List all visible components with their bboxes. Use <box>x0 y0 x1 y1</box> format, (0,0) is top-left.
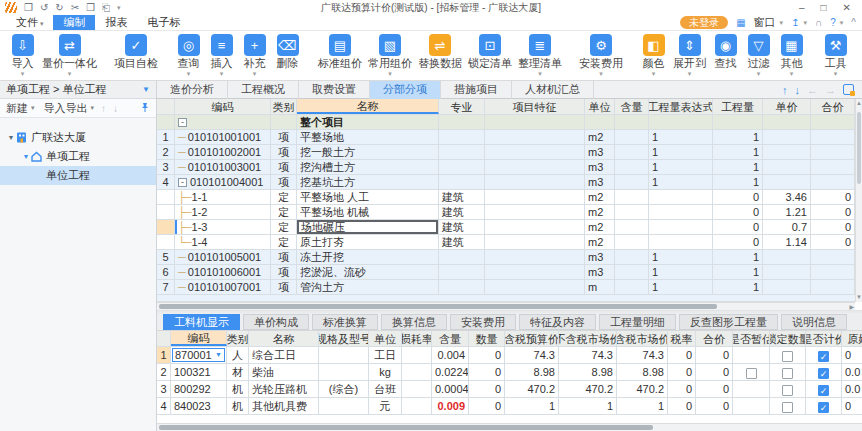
cell-orig[interactable]: 0.0 <box>842 364 862 380</box>
cell-content[interactable] <box>615 175 649 189</box>
table-row[interactable]: 3800292机光轮压路机(综合)台班0.00040470.2470.2470.… <box>157 381 862 398</box>
tab-分部分项[interactable]: 分部分项 <box>370 81 441 99</box>
replace-data-button[interactable]: ⇌替换数据 <box>415 34 465 78</box>
table-row[interactable]: 1─010101001001项平整场地m211 <box>157 130 862 145</box>
cell-spec[interactable] <box>319 364 369 380</box>
cell-name[interactable]: 综合工日 <box>249 347 319 363</box>
tab-单价构成[interactable]: 单价构成 <box>243 314 309 330</box>
cell-qty[interactable]: 0 <box>469 398 505 414</box>
cell-content[interactable]: 0.0224 <box>432 364 469 380</box>
cell-feature[interactable] <box>485 220 585 234</box>
cell-name[interactable]: 平整场地 人工 <box>297 190 439 204</box>
cell-market_ex[interactable]: 1 <box>559 398 617 414</box>
cell-prof[interactable]: 建筑 <box>439 235 485 249</box>
cut-icon[interactable]: ✂ <box>71 2 79 13</box>
cell-expr[interactable] <box>649 205 713 219</box>
window-grid-icon[interactable]: ▦ <box>736 17 745 28</box>
new-button[interactable]: 新建 <box>6 101 28 116</box>
cell-price[interactable]: 1.14 <box>763 235 811 249</box>
cell-expr[interactable]: 1 <box>649 145 713 159</box>
column-header-类别[interactable]: 类别 <box>271 99 297 114</box>
pin-icon[interactable] <box>140 102 150 115</box>
close-icon[interactable]: ✕ <box>843 2 851 13</box>
cell-lock[interactable] <box>770 398 806 414</box>
cell-unit[interactable]: m <box>585 280 615 294</box>
cell-name[interactable]: 挖淤泥、流砂 <box>297 265 439 279</box>
cell-num[interactable]: 2 <box>157 145 175 159</box>
table-row[interactable]: 1870001▼人综合工日工日0.004074.374.374.300✓0 <box>157 347 862 364</box>
query-button[interactable]: ◎查询▾ <box>172 34 205 78</box>
cell-cat[interactable]: 项 <box>271 145 297 159</box>
cell-content[interactable]: 0.0004 <box>432 381 469 397</box>
cell-content[interactable] <box>615 115 649 129</box>
name-edit-cell[interactable]: 场地碾压 <box>297 220 438 234</box>
column-header-工程量[interactable]: 工程量 <box>713 99 763 114</box>
tab-工程量明细[interactable]: 工程量明细 <box>599 314 676 330</box>
cell-feature[interactable] <box>485 250 585 264</box>
cell-unit[interactable]: m2 <box>585 130 615 144</box>
tab-换算信息[interactable]: 换算信息 <box>381 314 447 330</box>
maximize-icon[interactable]: □ <box>821 2 827 13</box>
cell-flag[interactable]: ✓ <box>806 381 842 397</box>
cell-price[interactable]: 0.7 <box>763 220 811 234</box>
cell-code[interactable]: ├─1-1 <box>175 190 271 204</box>
move-up-icon[interactable]: ↑ <box>101 103 106 114</box>
cell-price[interactable] <box>763 130 811 144</box>
cell-content[interactable] <box>615 235 649 249</box>
cell-content[interactable] <box>615 280 649 294</box>
cell-qty[interactable]: 0 <box>469 347 505 363</box>
find-button[interactable]: ◉查找 <box>709 34 742 78</box>
installation-fee-button[interactable]: ⚙安装费用▾ <box>576 34 626 78</box>
cell-prof[interactable]: 建筑 <box>439 205 485 219</box>
cell-feature[interactable] <box>485 175 585 189</box>
column-header-不含税市场价[interactable]: 不含税市场价 <box>559 331 617 346</box>
tab-工料机显示[interactable]: 工料机显示 <box>163 314 240 330</box>
scrollbar-thumb[interactable] <box>159 425 653 430</box>
nav-back-icon[interactable]: ← <box>807 84 818 96</box>
tab-工程概况[interactable]: 工程概况 <box>228 81 299 99</box>
table-row[interactable]: 7─010101007001项管沟土方m11 <box>157 280 862 295</box>
cell-lock[interactable] <box>770 364 806 380</box>
cell-num[interactable] <box>157 190 175 204</box>
column-header-损耗率[interactable]: 损耗率 <box>402 331 432 346</box>
cell-name[interactable]: 场地碾压 <box>297 220 439 234</box>
flag-checkbox[interactable]: ✓ <box>818 402 829 413</box>
cell-market_in[interactable]: 8.98 <box>617 364 668 380</box>
scroll-up-icon[interactable]: ▲ <box>856 99 862 108</box>
cell-num[interactable]: 3 <box>157 381 171 397</box>
cell-unit[interactable]: m2 <box>585 190 615 204</box>
column-header-rownum[interactable] <box>157 331 171 346</box>
cell-cat[interactable]: 项 <box>271 130 297 144</box>
column-header-名称[interactable]: 名称 <box>297 99 439 114</box>
cell-expr[interactable]: 1 <box>649 175 713 189</box>
cell-total[interactable] <box>811 160 855 174</box>
cell-unit[interactable] <box>585 115 615 129</box>
cell-name[interactable]: 管沟土方 <box>297 280 439 294</box>
cell-cat[interactable]: 定 <box>271 220 297 234</box>
sidebar-item-单项工程[interactable]: ▼单项工程 <box>0 147 156 166</box>
tab-说明信息[interactable]: 说明信息 <box>781 314 847 330</box>
cell-unit[interactable]: m3 <box>585 160 615 174</box>
cell-spec[interactable] <box>319 347 369 363</box>
cell-cat[interactable]: 机 <box>227 381 249 397</box>
tab-安装费用[interactable]: 安装费用 <box>450 314 516 330</box>
cell-num[interactable]: 1 <box>157 347 171 363</box>
delete-button[interactable]: ⌫删除 <box>271 34 304 78</box>
scrollbar-thumb[interactable] <box>159 304 717 309</box>
tab-反查图形工程量[interactable]: 反查图形工程量 <box>679 314 778 330</box>
collapse-icon[interactable]: - <box>178 118 187 127</box>
cell-price[interactable] <box>763 175 811 189</box>
table-row[interactable]: 4840023机其他机具费元0.009011100✓0 <box>157 398 862 415</box>
undo-icon[interactable]: ↺ <box>40 2 48 13</box>
cell-cat[interactable]: 项 <box>271 265 297 279</box>
cell-price[interactable]: 1.21 <box>763 205 811 219</box>
column-header-单位[interactable]: 单位 <box>369 331 402 346</box>
cell-qty[interactable]: 1 <box>713 265 763 279</box>
cell-price[interactable] <box>763 250 811 264</box>
cell-content[interactable] <box>615 160 649 174</box>
cell-expr[interactable]: 1 <box>649 130 713 144</box>
code-combobox[interactable]: 870001▼ <box>172 348 225 362</box>
cell-code[interactable]: -010101004001 <box>175 175 271 189</box>
cell-unit[interactable]: m2 <box>585 235 615 249</box>
import-export-button[interactable]: 导入导出 <box>44 101 88 116</box>
